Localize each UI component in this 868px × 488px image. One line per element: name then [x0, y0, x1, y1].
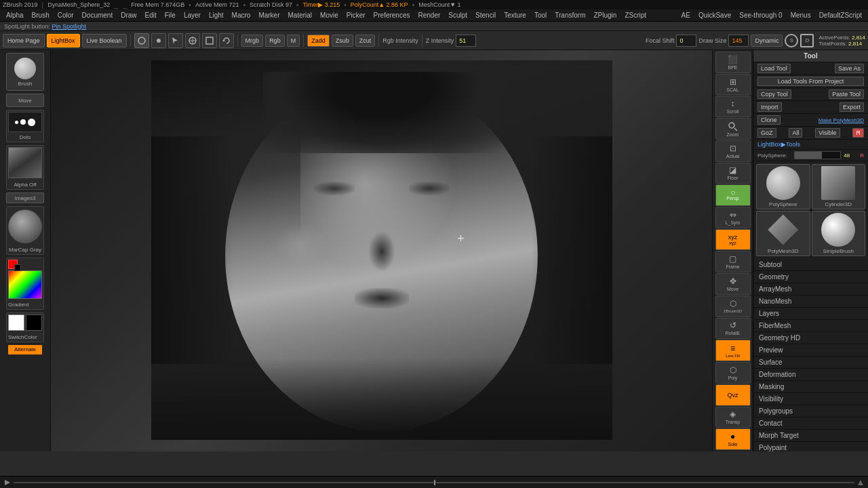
menu-arraymesh[interactable]: ArrayMesh [753, 283, 868, 296]
cursor-btn[interactable] [168, 33, 183, 48]
rs-rotate-btn[interactable]: ↺ RotatE [715, 318, 751, 340]
rs-transp-btn[interactable]: ◈ Transp [715, 407, 751, 428]
menu-deformation[interactable]: Deformation [753, 369, 868, 381]
menu-edit[interactable]: Edit [142, 11, 160, 20]
rs-floor-btn[interactable]: ◪ Floor [715, 163, 751, 184]
menu-surface[interactable]: Surface [753, 357, 868, 369]
poly-sphere-slider[interactable] [794, 151, 841, 159]
menu-transform[interactable]: Transform [551, 11, 589, 20]
rotate-btn-top[interactable] [219, 33, 234, 48]
zcut-btn[interactable]: Zcut [355, 35, 376, 47]
ae-btn[interactable]: AE [678, 11, 694, 20]
menu-stencil[interactable]: Stencil [472, 11, 499, 20]
foreground-color[interactable] [8, 260, 18, 269]
menu-zplugin[interactable]: ZPlugin [590, 11, 620, 20]
menu-layers[interactable]: Layers [753, 308, 868, 320]
menu-contact[interactable]: Contact [753, 418, 868, 430]
move-btn-top[interactable] [185, 33, 200, 48]
s-btn[interactable]: S [785, 34, 798, 47]
visible-btn[interactable]: Visible [815, 128, 840, 138]
import-btn-top[interactable]: Import [757, 102, 782, 112]
menu-fibermesh[interactable]: FiberMesh [753, 320, 868, 332]
m-btn[interactable]: M [287, 35, 300, 47]
rs-qvz-btn[interactable]: Qvz [715, 384, 751, 406]
live-boolean-tab[interactable]: Live Boolean [82, 34, 127, 47]
load-tools-project-btn[interactable]: Load Tools From Project [757, 77, 864, 86]
rgb-btn[interactable]: Rgb [265, 35, 285, 47]
all-btn[interactable]: All [789, 128, 802, 138]
white-swatch[interactable] [8, 314, 24, 331]
alternate-btn[interactable]: Alternate [8, 345, 42, 354]
timeline-bar[interactable] [14, 482, 854, 483]
menu-material[interactable]: Material [285, 11, 316, 20]
paste-tool-btn[interactable]: Paste Tool [829, 89, 864, 99]
menu-nanomesh[interactable]: NanoMesh [753, 296, 868, 308]
menu-document[interactable]: Document [79, 11, 117, 20]
rs-poly-btn[interactable]: ⬡ Poly [715, 362, 751, 384]
default-zscript-btn[interactable]: DefaultZScript [816, 11, 865, 20]
copy-tool-btn[interactable]: Copy Tool [757, 89, 791, 99]
menu-movie[interactable]: Movie [317, 11, 342, 20]
black-swatch[interactable] [26, 314, 42, 331]
home-page-tab[interactable]: Home Page [3, 34, 45, 47]
rs-solo-btn[interactable]: ● Solo [715, 428, 751, 450]
thumb-polymesh3d[interactable]: PolyMesh3D [756, 211, 810, 256]
draw-mode-btn[interactable] [134, 33, 149, 48]
menu-marker[interactable]: Marker [255, 11, 283, 20]
menu-polygroups[interactable]: Polygroups [753, 405, 868, 418]
rs-scroll-btn[interactable]: ↕ Scroll [715, 96, 751, 117]
spotlight-link[interactable]: Pin Spotlight [52, 23, 87, 30]
draw-size-value[interactable]: 145 [728, 35, 749, 47]
z-intensity-value[interactable]: 51 [456, 35, 476, 47]
thumb-simplebrush[interactable]: SimpleBrush [812, 211, 866, 256]
marcap-section[interactable]: MarCap Gray [6, 206, 44, 255]
mrgb-btn[interactable]: Mrgb [241, 35, 264, 47]
canvas-area[interactable]: + [51, 50, 712, 451]
menu-color[interactable]: Color [54, 11, 77, 20]
quicksave-btn[interactable]: QuickSave [695, 11, 734, 20]
menu-visibility[interactable]: Visibility [753, 393, 868, 405]
menu-tool[interactable]: Tool [531, 11, 550, 20]
export-btn-top[interactable]: Export [840, 102, 864, 112]
scale-btn-top[interactable] [202, 33, 217, 48]
rs-bpe-btn[interactable]: ⬛ BPE [715, 52, 751, 73]
menu-zscript[interactable]: ZScript [621, 11, 650, 20]
r-btn[interactable]: R [852, 128, 864, 138]
rs-zbrush3d-btn[interactable]: ⬡ ZBrush3D [715, 296, 751, 317]
rs-xyz-btn[interactable]: xyz xyz [715, 229, 751, 251]
menu-subtool[interactable]: Subtool [753, 259, 868, 271]
load-tool-btn[interactable]: Load Tool [757, 64, 791, 73]
rs-zoom-btn[interactable]: Zoom [715, 118, 751, 140]
menu-morph-target[interactable]: Morph Target [753, 430, 868, 442]
zsub-btn[interactable]: Zsub [332, 35, 353, 47]
color-gradient[interactable] [8, 270, 42, 299]
images3-btn[interactable]: Images3 [6, 192, 44, 203]
save-as-btn[interactable]: Save As [835, 64, 864, 73]
menus-btn[interactable]: Menus [787, 11, 814, 20]
rs-persp-btn[interactable]: ⬡ Persp [715, 184, 751, 206]
menu-render[interactable]: Render [415, 11, 444, 20]
lightbox-tab[interactable]: LightBox [47, 34, 80, 47]
menu-draw[interactable]: Draw [117, 11, 140, 20]
draw-dot-btn[interactable] [151, 33, 166, 48]
menu-geometry[interactable]: Geometry [753, 271, 868, 283]
menu-geometry-hd[interactable]: Geometry HD [753, 332, 868, 344]
menu-alpha[interactable]: Alpha [3, 11, 27, 20]
focal-shift-value[interactable]: 0 [676, 35, 696, 47]
rs-frame-btn[interactable]: ▢ Frame [715, 251, 751, 272]
menu-masking[interactable]: Masking [753, 381, 868, 393]
menu-polypaint[interactable]: Polypaint [753, 442, 868, 451]
lightbox-tools-btn[interactable]: LightBox▶Tools [753, 140, 868, 150]
move-tool[interactable]: Move [6, 94, 44, 107]
goz-btn[interactable]: GoZ [757, 128, 776, 138]
brush-tool[interactable]: Brush [6, 53, 44, 91]
see-through-btn[interactable]: See-through 0 [736, 11, 785, 20]
rs-scal-btn[interactable]: ⊞ SCAL [715, 74, 751, 96]
zadd-btn[interactable]: Zadd [307, 35, 330, 47]
menu-file[interactable]: File [161, 11, 179, 20]
thumb-polysphere[interactable]: PolySphere [756, 164, 810, 209]
alpha-section[interactable]: Alpha Off [6, 145, 44, 190]
rs-actual-btn[interactable]: ⊡ Actual [715, 140, 751, 162]
rs-move-btn[interactable]: ✥ Move [715, 273, 751, 295]
menu-picker[interactable]: Picker [343, 11, 369, 20]
